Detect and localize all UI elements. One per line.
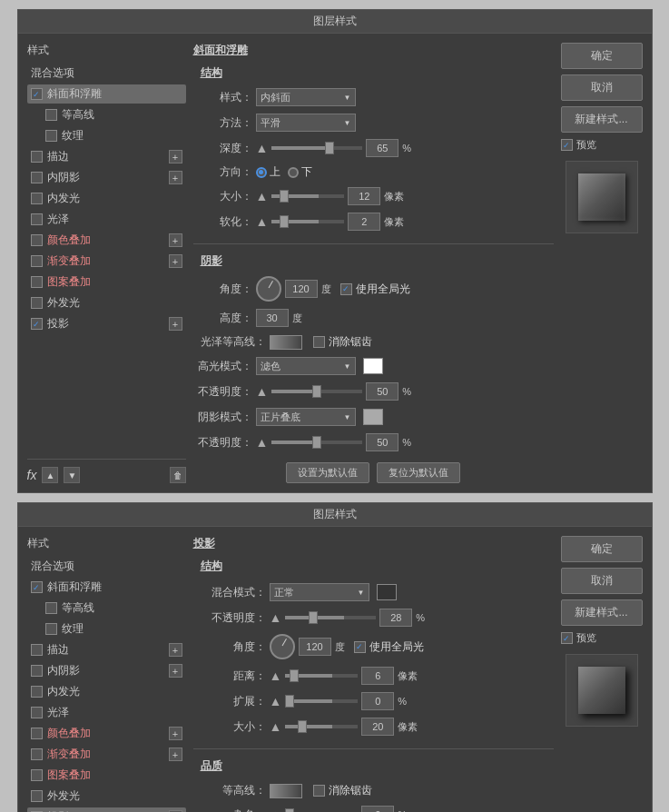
stroke-plus-btn[interactable]: + <box>169 150 182 163</box>
new-style-btn[interactable]: 新建样式... <box>561 106 643 133</box>
inner-glow-checkbox[interactable] <box>31 193 43 204</box>
sidebar-item-stroke[interactable]: 描边 + <box>27 147 186 166</box>
soften-slider[interactable] <box>271 220 344 223</box>
shadow-mode-dropdown[interactable]: 正片叠底 <box>256 408 356 426</box>
sidebar-item-inner-shadow[interactable]: 内阴影 + <box>27 168 186 187</box>
gradient-overlay-plus-btn[interactable]: + <box>169 254 182 268</box>
direction-down-radio[interactable] <box>288 167 299 178</box>
panel2-global-light-checkbox[interactable] <box>354 641 366 653</box>
panel2-sidebar-item-texture[interactable]: 纹理 <box>27 619 186 639</box>
panel2-size-slider[interactable] <box>285 725 358 728</box>
panel2-gradient-overlay-checkbox[interactable] <box>31 748 43 760</box>
inner-shadow-checkbox[interactable] <box>31 172 43 183</box>
panel2-satin-checkbox[interactable] <box>31 707 43 718</box>
color-overlay-checkbox[interactable] <box>31 234 43 246</box>
pattern-overlay-checkbox[interactable] <box>31 276 43 288</box>
depth-input[interactable] <box>366 139 398 157</box>
panel2-angle-input[interactable] <box>299 638 331 656</box>
panel2-color-overlay-checkbox[interactable] <box>31 728 43 739</box>
panel2-sidebar-item-gradient-overlay[interactable]: 渐变叠加 + <box>27 745 186 764</box>
panel2-distance-slider[interactable] <box>285 674 358 678</box>
gradient-overlay-checkbox[interactable] <box>31 255 43 267</box>
altitude-input[interactable] <box>256 309 289 327</box>
panel2-sidebar-item-bevel[interactable]: 斜面和浮雕 <box>27 578 186 597</box>
panel2-stroke-plus-btn[interactable]: + <box>169 643 182 657</box>
panel2-sidebar-item-inner-shadow[interactable]: 内阴影 + <box>27 661 186 680</box>
highlight-opacity-input[interactable] <box>366 382 398 401</box>
panel2-blend-mode-dropdown[interactable]: 正常 <box>270 583 369 601</box>
bevel-checkbox[interactable] <box>31 88 43 100</box>
direction-up[interactable]: 上 <box>256 164 280 180</box>
set-default-btn[interactable]: 设置为默认值 <box>286 462 369 483</box>
size-input[interactable] <box>348 187 380 205</box>
panel2-contour-swatch[interactable] <box>270 784 302 798</box>
shadow-opacity-slider[interactable] <box>271 441 362 444</box>
global-light-checkbox[interactable] <box>340 283 352 295</box>
panel2-sidebar-item-drop-shadow[interactable]: 投影 + <box>27 807 186 812</box>
panel2-stroke-checkbox[interactable] <box>31 644 43 656</box>
panel2-size-input[interactable] <box>361 718 394 736</box>
panel2-distance-input[interactable] <box>361 667 394 685</box>
panel2-inner-shadow-checkbox[interactable] <box>31 665 43 677</box>
sidebar-item-outer-glow[interactable]: 外发光 <box>27 293 186 312</box>
reset-default-btn[interactable]: 复位为默认值 <box>377 462 460 483</box>
ok-btn[interactable]: 确定 <box>561 43 643 69</box>
panel2-opacity-slider[interactable] <box>285 616 376 619</box>
inner-shadow-plus-btn[interactable]: + <box>169 171 182 184</box>
sidebar-item-satin[interactable]: 光泽 <box>27 210 186 229</box>
panel2-cancel-btn[interactable]: 取消 <box>561 568 643 594</box>
panel2-bevel-checkbox[interactable] <box>31 581 43 593</box>
angle-input[interactable] <box>285 280 318 298</box>
panel2-sidebar-item-outer-glow[interactable]: 外发光 <box>27 787 186 806</box>
highlight-mode-dropdown[interactable]: 滤色 <box>256 357 356 375</box>
sidebar-item-gradient-overlay[interactable]: 渐变叠加 + <box>27 252 186 271</box>
shadow-opacity-input[interactable] <box>366 433 398 451</box>
sidebar-item-contour[interactable]: 等高线 <box>27 105 186 124</box>
panel2-sidebar-item-satin[interactable]: 光泽 <box>27 703 186 722</box>
panel2-outer-glow-checkbox[interactable] <box>31 790 43 802</box>
anti-alias-checkbox[interactable] <box>313 336 325 348</box>
stroke-checkbox[interactable] <box>31 151 43 163</box>
panel2-inner-shadow-plus-btn[interactable]: + <box>169 664 182 678</box>
method-dropdown[interactable]: 平滑 <box>256 114 356 132</box>
panel2-blend-color-swatch[interactable] <box>377 584 397 600</box>
outer-glow-checkbox[interactable] <box>31 297 43 309</box>
sidebar-item-color-overlay[interactable]: 颜色叠加 + <box>27 231 186 250</box>
drop-shadow-checkbox[interactable] <box>31 318 43 330</box>
angle-widget[interactable] <box>256 276 281 302</box>
panel2-noise-input[interactable] <box>361 806 394 812</box>
panel2-contour-checkbox[interactable] <box>45 602 57 614</box>
direction-down[interactable]: 下 <box>288 164 312 180</box>
panel2-sidebar-item-inner-glow[interactable]: 内发光 <box>27 682 186 701</box>
panel2-anti-alias-checkbox[interactable] <box>313 785 325 797</box>
sidebar-item-bevel[interactable]: 斜面和浮雕 <box>27 84 186 104</box>
panel2-new-style-btn[interactable]: 新建样式... <box>561 599 643 626</box>
color-overlay-plus-btn[interactable]: + <box>169 233 182 247</box>
panel2-sidebar-item-stroke[interactable]: 描边 + <box>27 640 186 659</box>
direction-up-radio[interactable] <box>256 167 267 178</box>
panel2-sidebar-item-blend[interactable]: 混合选项 <box>27 557 186 576</box>
preview-checkbox[interactable] <box>561 139 573 151</box>
sidebar-item-blend[interactable]: 混合选项 <box>27 64 186 83</box>
panel2-sidebar-item-contour[interactable]: 等高线 <box>27 599 186 618</box>
panel2-pattern-overlay-checkbox[interactable] <box>31 769 43 781</box>
panel2-spread-slider[interactable] <box>285 699 358 703</box>
contour-checkbox[interactable] <box>45 109 57 121</box>
soften-input[interactable] <box>348 213 380 231</box>
drop-shadow-plus-btn[interactable]: + <box>169 317 182 331</box>
sidebar-item-pattern-overlay[interactable]: 图案叠加 <box>27 272 186 292</box>
panel2-spread-input[interactable] <box>361 692 394 710</box>
delete-btn[interactable]: 🗑 <box>170 467 186 483</box>
texture-checkbox[interactable] <box>45 130 57 142</box>
gloss-contour-swatch[interactable] <box>270 335 302 350</box>
highlight-color-swatch[interactable] <box>363 358 383 374</box>
panel2-angle-widget[interactable] <box>270 634 295 659</box>
depth-slider[interactable] <box>271 146 362 150</box>
size-slider[interactable] <box>271 194 344 198</box>
panel2-texture-checkbox[interactable] <box>45 623 57 635</box>
move-up-btn[interactable]: ▲ <box>42 467 58 483</box>
panel2-sidebar-item-color-overlay[interactable]: 颜色叠加 + <box>27 724 186 743</box>
satin-checkbox[interactable] <box>31 213 43 225</box>
sidebar-item-texture[interactable]: 纹理 <box>27 126 186 145</box>
sidebar-item-inner-glow[interactable]: 内发光 <box>27 189 186 208</box>
